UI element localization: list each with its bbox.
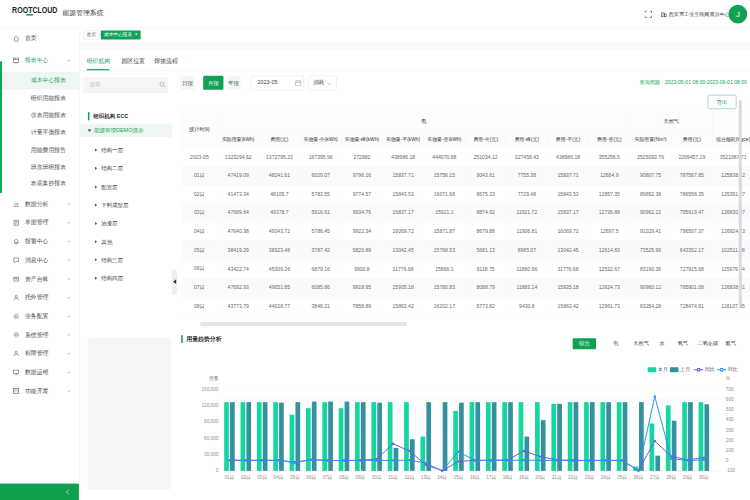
svg-text:04日: 04日 <box>274 475 284 480</box>
svg-text:300: 300 <box>726 428 734 433</box>
svg-text:150,000: 150,000 <box>201 387 218 392</box>
svg-text:27日: 27日 <box>650 475 660 480</box>
svg-text:200: 200 <box>726 438 734 443</box>
svg-text:28日: 28日 <box>666 475 676 480</box>
svg-text:14日: 14日 <box>437 475 447 480</box>
svg-text:500: 500 <box>726 407 734 412</box>
svg-text:%: % <box>726 376 730 381</box>
svg-text:60,000: 60,000 <box>204 436 219 441</box>
svg-text:12日: 12日 <box>404 475 414 480</box>
svg-text:100: 100 <box>726 448 734 453</box>
svg-text:30,000: 30,000 <box>204 452 219 457</box>
svg-text:07日: 07日 <box>323 475 333 480</box>
svg-text:10日: 10日 <box>372 475 382 480</box>
svg-text:09日: 09日 <box>355 475 365 480</box>
svg-text:15日: 15日 <box>454 475 464 480</box>
svg-text:18日: 18日 <box>503 475 513 480</box>
svg-text:700: 700 <box>726 387 734 392</box>
svg-text:02日: 02日 <box>241 475 251 480</box>
svg-text:03日: 03日 <box>257 475 267 480</box>
svg-text:0: 0 <box>726 458 729 463</box>
svg-text:20日: 20日 <box>535 475 545 480</box>
svg-text:06日: 06日 <box>306 475 316 480</box>
svg-text:24日: 24日 <box>601 475 611 480</box>
svg-text:23日: 23日 <box>584 475 594 480</box>
svg-text:13日: 13日 <box>421 475 431 480</box>
svg-text:用量: 用量 <box>209 376 219 382</box>
svg-text:17日: 17日 <box>486 475 496 480</box>
svg-text:90,000: 90,000 <box>204 419 219 424</box>
svg-text:400: 400 <box>726 417 734 422</box>
svg-text:01日: 01日 <box>225 475 235 480</box>
svg-text:08日: 08日 <box>339 475 349 480</box>
svg-text:-100: -100 <box>726 468 736 473</box>
svg-text:120,000: 120,000 <box>201 403 218 408</box>
svg-text:21日: 21日 <box>552 475 562 480</box>
svg-text:30日: 30日 <box>699 475 709 480</box>
svg-text:11日: 11日 <box>388 475 398 480</box>
svg-text:26日: 26日 <box>634 475 644 480</box>
svg-text:600: 600 <box>726 397 734 402</box>
svg-text:0: 0 <box>216 468 219 473</box>
svg-text:19日: 19日 <box>519 475 529 480</box>
svg-text:25日: 25日 <box>617 475 627 480</box>
svg-text:22日: 22日 <box>568 475 578 480</box>
svg-text:05日: 05日 <box>290 475 300 480</box>
svg-text:29日: 29日 <box>683 475 693 480</box>
svg-text:16日: 16日 <box>470 475 480 480</box>
